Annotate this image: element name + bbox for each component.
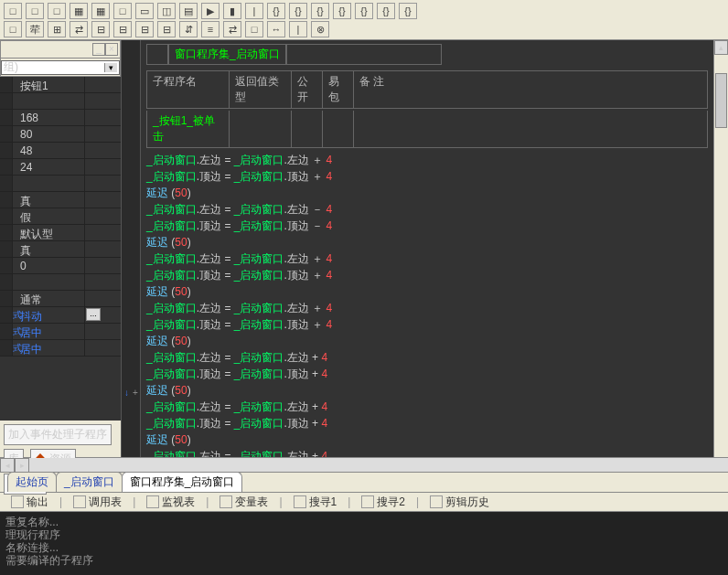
toolbar-button[interactable]: ⊞ bbox=[48, 21, 66, 37]
property-row[interactable] bbox=[0, 176, 121, 192]
property-row[interactable]: 168 bbox=[0, 110, 121, 126]
property-row[interactable] bbox=[0, 93, 121, 110]
toolbar-button[interactable]: {} bbox=[311, 3, 329, 19]
scroll-up-icon[interactable]: ▴ bbox=[714, 40, 728, 55]
subroutine-name[interactable]: _按钮1_被单击 bbox=[147, 111, 230, 147]
panel-tab[interactable]: 调用表 bbox=[70, 493, 125, 512]
toolbar-button[interactable]: ▮ bbox=[223, 3, 241, 19]
toolbar-button[interactable]: {} bbox=[377, 3, 395, 19]
toolbar-button[interactable]: {} bbox=[355, 3, 373, 19]
scroll-right-icon[interactable]: ▸ bbox=[15, 458, 29, 473]
property-row[interactable]: 24 bbox=[0, 159, 121, 176]
toolbar-button[interactable]: ⊟ bbox=[91, 21, 110, 37]
toolbar-button[interactable]: ⇄ bbox=[223, 21, 241, 37]
toolbar-button[interactable]: ↔ bbox=[267, 21, 285, 37]
toolbar-button[interactable]: ▭ bbox=[135, 3, 154, 19]
code-line[interactable]: _启动窗口.顶边 = _启动窗口.顶边 ＋ 4 bbox=[146, 267, 708, 283]
code-line[interactable]: _启动窗口.左边 = _启动窗口.左边 ＋ 4 bbox=[146, 250, 708, 267]
code-line-delay[interactable]: 延迟 (50) bbox=[146, 185, 708, 201]
toolbar-button[interactable]: □ bbox=[245, 21, 263, 37]
toolbar-button[interactable]: □ bbox=[4, 3, 22, 19]
toolbar-button[interactable]: ▤ bbox=[179, 3, 198, 19]
property-row[interactable] bbox=[0, 274, 121, 291]
toolbar-button[interactable]: □ bbox=[113, 3, 132, 19]
code-line[interactable]: _启动窗口.左边 = _启动窗口.左边 + 4 bbox=[146, 399, 708, 415]
code-line[interactable]: _启动窗口.顶边 = _启动窗口.顶边 － 4 bbox=[146, 218, 708, 234]
code-line-delay[interactable]: 延迟 (50) bbox=[146, 382, 708, 399]
panel-tab[interactable]: 变量表 bbox=[216, 493, 272, 512]
toolbar-button[interactable]: ⊟ bbox=[135, 21, 154, 37]
property-row[interactable]: 真 bbox=[0, 241, 121, 258]
property-row[interactable]: 假 bbox=[0, 208, 121, 225]
property-row[interactable]: 式居中 bbox=[0, 340, 121, 357]
property-ellipsis-button[interactable]: ... bbox=[86, 308, 101, 321]
toolbar-button[interactable]: {} bbox=[399, 3, 417, 19]
toolbar-button[interactable]: ≡ bbox=[201, 21, 219, 37]
panel-tab[interactable]: 搜寻2 bbox=[358, 493, 409, 512]
code-line[interactable]: _启动窗口.顶边 = _启动窗口.顶边 ＋ 4 bbox=[146, 168, 708, 185]
toolbar-button[interactable]: {} bbox=[267, 3, 285, 19]
minimize-icon[interactable]: _ bbox=[92, 43, 105, 56]
code-line[interactable]: _启动窗口.左边 = _启动窗口.左边 + 4 bbox=[146, 349, 708, 366]
toolbar-button[interactable]: ▦ bbox=[91, 3, 110, 19]
property-row[interactable]: 默认型 bbox=[0, 225, 121, 241]
toolbar-button[interactable]: | bbox=[289, 21, 307, 37]
property-row[interactable]: 80 bbox=[0, 126, 121, 143]
code-table-header: 易包 bbox=[323, 71, 354, 108]
property-row[interactable]: 按钮1 bbox=[0, 77, 121, 93]
property-row[interactable]: 通常 bbox=[0, 291, 121, 307]
editor-tab[interactable]: 起始页 bbox=[7, 472, 57, 492]
horizontal-scrollbar[interactable]: ◂ ▸ bbox=[0, 457, 728, 472]
code-line-delay[interactable]: 延迟 (50) bbox=[146, 333, 708, 349]
property-value bbox=[16, 93, 84, 109]
code-line[interactable]: _启动窗口.顶边 = _启动窗口.顶边 + 4 bbox=[146, 366, 708, 382]
property-row[interactable]: 真 bbox=[0, 192, 121, 208]
property-value: 抖动 bbox=[16, 307, 84, 323]
scroll-left-icon[interactable]: ◂ bbox=[0, 458, 15, 473]
toolbar-button[interactable]: | bbox=[245, 3, 263, 19]
code-line[interactable]: _启动窗口.顶边 = _启动窗口.顶边 ＋ 4 bbox=[146, 316, 708, 333]
code-editor[interactable]: 窗口程序集_启动窗口 子程序名返回值类型公开易包备 注 _按钮1_被单击 _启动… bbox=[141, 40, 713, 457]
toolbar-button[interactable]: ⊟ bbox=[157, 21, 176, 37]
toolbar-button[interactable]: ▶ bbox=[201, 3, 219, 19]
component-dropdown[interactable]: 组) ▾ bbox=[1, 60, 120, 75]
toolbar-button[interactable]: {} bbox=[289, 3, 307, 19]
toolbar-button[interactable]: ⊗ bbox=[311, 21, 329, 37]
property-value: 0 bbox=[16, 258, 84, 273]
property-row[interactable]: 式抖动... bbox=[0, 307, 121, 324]
toolbar-button[interactable]: ⇵ bbox=[179, 21, 198, 37]
code-line-delay[interactable]: 延迟 (50) bbox=[146, 431, 708, 448]
code-line[interactable]: _启动窗口.左边 = _启动窗口.左边 － 4 bbox=[146, 201, 708, 218]
editor-tab[interactable]: 窗口程序集_启动窗口 bbox=[122, 472, 243, 492]
add-event-handler-button[interactable]: 加入事件处理子程序 bbox=[4, 424, 112, 445]
toolbar-button[interactable]: {} bbox=[333, 3, 351, 19]
property-row[interactable]: 0 bbox=[0, 258, 121, 274]
panel-tab[interactable]: 搜寻1 bbox=[290, 493, 341, 512]
editor-tab[interactable]: _启动窗口 bbox=[56, 472, 123, 492]
code-line-delay[interactable]: 延迟 (50) bbox=[146, 234, 708, 250]
code-line[interactable]: _启动窗口.顶边 = _启动窗口.顶边 + 4 bbox=[146, 415, 708, 431]
panel-tab[interactable]: 剪辑历史 bbox=[426, 493, 493, 512]
property-value: 通常 bbox=[16, 291, 84, 306]
toolbar-button[interactable]: ▦ bbox=[70, 3, 88, 19]
code-line-delay[interactable]: 延迟 (50) bbox=[146, 283, 708, 300]
toolbar-button[interactable]: □ bbox=[4, 21, 22, 37]
close-icon[interactable]: × bbox=[105, 43, 118, 56]
toolbar-button[interactable]: 荦 bbox=[26, 21, 44, 37]
toolbar-button[interactable]: ◫ bbox=[157, 3, 176, 19]
scrollbar-thumb[interactable] bbox=[715, 73, 727, 128]
code-line[interactable]: _启动窗口.左边 = _启动窗口.左边 + 4 bbox=[146, 448, 708, 457]
toolbar-button[interactable]: □ bbox=[26, 3, 44, 19]
property-row[interactable]: 式居中 bbox=[0, 324, 121, 340]
panel-tab[interactable]: 监视表 bbox=[143, 493, 198, 512]
toolbar-button[interactable]: □ bbox=[48, 3, 66, 19]
code-line[interactable]: _启动窗口.左边 = _启动窗口.左边 ＋ 4 bbox=[146, 300, 708, 316]
vertical-scrollbar[interactable]: ▴ bbox=[713, 40, 728, 457]
toolbar-button[interactable]: ⊟ bbox=[113, 21, 132, 37]
panel-tab[interactable]: 输出 bbox=[7, 493, 52, 512]
code-gutter: ↓ + bbox=[121, 40, 141, 457]
toolbar-button[interactable]: ⇄ bbox=[70, 21, 88, 37]
property-row[interactable]: 48 bbox=[0, 143, 121, 159]
code-line[interactable]: _启动窗口.左边 = _启动窗口.左边 ＋ 4 bbox=[146, 152, 708, 168]
chevron-down-icon[interactable]: ▾ bbox=[104, 63, 117, 72]
